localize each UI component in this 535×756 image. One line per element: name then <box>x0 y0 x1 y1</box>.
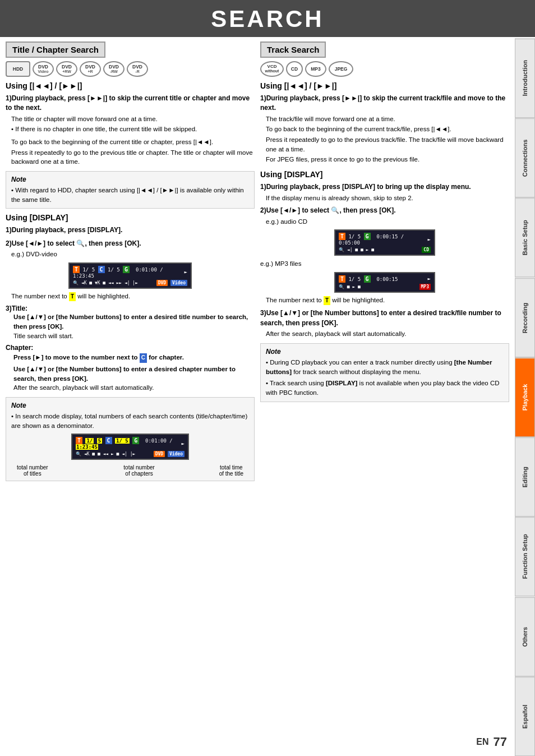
left-highlight-note: The number next to T will be highlighted… <box>11 292 255 302</box>
left-note2: Note • In search mode display, total num… <box>6 397 255 481</box>
left-note1: Note • With regard to HDD, chapter searc… <box>6 171 255 209</box>
left-step1: 1)During playback, press [►►|] to skip t… <box>6 94 255 167</box>
right-media-icons: VCDwithout CD MP3 JPEG <box>260 61 509 77</box>
left-using-buttons-heading: Using [|◄◄] / [►►|] <box>6 81 255 90</box>
sidebar-tab-espanol[interactable]: Español <box>515 676 535 756</box>
sidebar-tab-connections[interactable]: Connections <box>515 118 535 197</box>
icon-mp3: MP3 <box>305 61 326 77</box>
page-number: 77 <box>494 735 507 749</box>
icon-dvd-r-minus: DVD-R <box>127 61 148 77</box>
sidebar-tab-basic-setup[interactable]: Basic Setup <box>515 197 535 277</box>
right-highlight-note: The number next to T will be highlighted… <box>266 296 509 306</box>
right-column: Track Search VCDwithout CD MP3 JPEG Usin… <box>260 42 509 486</box>
right-display-step2: 2)Use [◄/►] to select 🔍, then press [OK]… <box>260 206 509 226</box>
left-step3-title-section: 3)Title: Use [▲/▼] or [the Number button… <box>6 305 255 340</box>
left-step3-chapter-section: Chapter: Press [►] to move to the number… <box>6 344 255 393</box>
sidebar-tab-introduction[interactable]: Introduction <box>515 38 535 118</box>
icon-hdd: HDD <box>6 61 30 77</box>
right-step3: 3)Use [▲/▼] or [the Number buttons] to e… <box>260 308 509 338</box>
icon-dvd-rw-minus: DVD-RW <box>103 61 124 77</box>
en-label: EN <box>476 737 488 747</box>
right-sidebar: Introduction Connections Basic Setup Rec… <box>515 38 535 756</box>
icon-dvd-r-plus: DVD+R <box>80 61 101 77</box>
left-using-display-heading: Using [DISPLAY] <box>6 213 255 222</box>
main-content: Title / Chapter Search HDD DVDVideo DVD+… <box>0 37 515 491</box>
sidebar-tab-playback[interactable]: Playback <box>515 357 535 437</box>
sidebar-tab-function-setup[interactable]: Function Setup <box>515 517 535 596</box>
right-note: Note • During CD playback you can enter … <box>260 343 509 402</box>
left-section-header: Title / Chapter Search <box>6 42 105 58</box>
page-footer: EN 77 <box>476 735 507 749</box>
page-header: SEARCH <box>0 0 535 37</box>
mp3-display-mock: T 1/ 5 G 0:00:15 ► 🔍 ■ ► ■ MP3 <box>334 272 435 293</box>
cd-display-mock: T 1/ 5 G 0:00:15 / 0:05:00 ► 🔍 ◄| ■ ■ ► … <box>334 229 435 256</box>
right-section-header: Track Search <box>260 42 326 58</box>
right-display-step1: 1)During playback, press [DISPLAY] to br… <box>260 182 509 202</box>
right-step1: 1)During playback, press [►►|] to skip t… <box>260 94 509 164</box>
left-media-icons: HDD DVDVideo DVD+RW DVD+R DVD-RW DVD-R <box>6 61 255 77</box>
left-display-step1: 1)During playback, press [DISPLAY]. <box>6 225 255 235</box>
icon-dvd-rw-plus: DVD+RW <box>56 61 77 77</box>
sidebar-tab-editing[interactable]: Editing <box>515 437 535 517</box>
right-using-display-heading: Using [DISPLAY] <box>260 170 509 179</box>
diagram-display-mock: T 1/ 5 C 1/ 5 G 0:01:00 / 1:23:45 ► 🔍 ◄K… <box>71 434 189 460</box>
icon-dvd-video: DVDVideo <box>33 61 54 77</box>
sidebar-tab-others[interactable]: Others <box>515 597 535 676</box>
right-using-buttons-heading: Using [|◄◄] / [►►|] <box>260 81 509 90</box>
diagram-labels: total numberof titles total numberof cha… <box>11 464 249 477</box>
icon-cd: CD <box>286 61 303 77</box>
icon-vcd: VCDwithout <box>260 61 284 77</box>
icon-jpeg: JPEG <box>329 61 353 77</box>
page-title: SEARCH <box>211 6 324 32</box>
sidebar-tab-recording[interactable]: Recording <box>515 278 535 357</box>
dvd-display-mock: T 1/ 5 C 1/ 5 G 0:01:00 / 1:23:45 ► 🔍 ◄K… <box>68 262 192 289</box>
left-column: Title / Chapter Search HDD DVDVideo DVD+… <box>6 42 255 486</box>
left-display-step2: 2)Use [◄/►] to select 🔍, then press [OK]… <box>6 239 255 259</box>
right-mp3-label: e.g.) MP3 files <box>260 259 509 269</box>
